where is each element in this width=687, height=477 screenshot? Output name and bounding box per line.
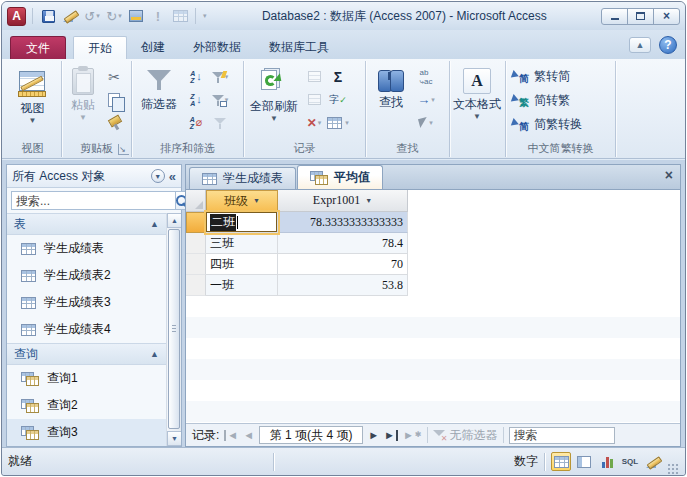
row-selector[interactable]	[186, 233, 206, 254]
nav-pane-header[interactable]: 所有 Access 对象 ▼ «	[7, 165, 181, 188]
close-document-icon[interactable]: ×	[665, 168, 673, 182]
refresh-all-button[interactable]: 全部刷新 ▼	[247, 63, 301, 123]
nav-item-query2[interactable]: 查询2	[7, 392, 166, 419]
delete-record-button[interactable]: ✕▾	[303, 113, 325, 132]
dropdown-icon[interactable]: ▼	[253, 197, 260, 205]
replace-button[interactable]: ab⤷ac	[415, 67, 437, 86]
nav-item-table2[interactable]: 学生成绩表2	[7, 262, 166, 289]
nav-menu-dropdown-icon[interactable]: ▼	[151, 169, 165, 183]
views-button[interactable]: 视图 ▼	[7, 63, 58, 125]
pivottable-view-button[interactable]	[574, 452, 594, 471]
spelling-button[interactable]: 字	[327, 90, 349, 109]
dropdown-icon[interactable]: ▼	[365, 197, 372, 205]
sql-view-button[interactable]: SQL	[620, 452, 640, 471]
save-button[interactable]	[39, 7, 57, 25]
row-selector[interactable]	[186, 275, 206, 296]
tab-file[interactable]: 文件	[10, 36, 66, 59]
help-button[interactable]: ?	[659, 36, 677, 54]
shutter-close-icon[interactable]: «	[169, 170, 176, 183]
cut-button[interactable]: ✂	[103, 67, 125, 86]
run-button[interactable]: !	[149, 7, 167, 25]
minimize-ribbon-button[interactable]: ▲	[629, 37, 651, 53]
redo-button[interactable]: ↻▾	[105, 7, 123, 25]
record-search-input[interactable]	[509, 427, 615, 444]
row-selector[interactable]	[186, 254, 206, 275]
datasheet-view-button[interactable]	[551, 452, 571, 471]
access-logo-icon[interactable]: A	[7, 7, 26, 26]
select-all-cell[interactable]	[186, 190, 206, 212]
new-record-button[interactable]	[303, 67, 325, 86]
sort-descending-button[interactable]: ZA↓	[185, 90, 207, 109]
doc-tab-average[interactable]: 平均值	[297, 165, 383, 189]
format-painter-button[interactable]	[103, 113, 125, 132]
minimize-button[interactable]	[601, 8, 628, 25]
totals-button[interactable]: Σ	[327, 67, 349, 86]
collapse-icon[interactable]: ▲	[150, 219, 159, 229]
copy-button[interactable]	[103, 90, 125, 109]
convert-button[interactable]: 简繁转换	[509, 114, 585, 135]
record-position-box[interactable]: 第 1 项(共 4 项)	[259, 426, 363, 444]
cell-value[interactable]: 70	[278, 254, 408, 275]
new-record-button[interactable]: ►✱	[403, 430, 422, 441]
switch-windows-button[interactable]	[127, 7, 145, 25]
tab-database-tools[interactable]: 数据库工具	[255, 36, 343, 59]
find-button[interactable]: 查找	[369, 63, 413, 109]
table-row: 三班 78.4	[186, 233, 680, 254]
cell-class-editing[interactable]: 二班	[206, 212, 278, 233]
row-selector-current[interactable]	[186, 212, 206, 233]
scroll-up-icon[interactable]: ▲	[167, 213, 181, 228]
tab-create[interactable]: 创建	[127, 36, 179, 59]
datasheet-view-button[interactable]	[171, 7, 189, 25]
cell-value[interactable]: 53.8	[278, 275, 408, 296]
simplified-to-traditional-button[interactable]: 简转繁	[509, 90, 585, 111]
select-button[interactable]: ▾	[415, 113, 437, 132]
doc-tab-student-scores[interactable]: 学生成绩表	[189, 167, 296, 189]
no-filter-button[interactable]: 无筛选器	[433, 427, 498, 444]
nav-section-tables[interactable]: 表▲	[7, 213, 166, 235]
filter-button[interactable]: 筛选器	[135, 63, 183, 111]
nav-scrollbar[interactable]: ▲ ▼	[166, 213, 181, 446]
save-record-button[interactable]	[303, 90, 325, 109]
advanced-filter-button[interactable]: ▾	[209, 90, 231, 109]
cell-value[interactable]: 78.3333333333333	[278, 212, 408, 233]
first-record-button[interactable]: ◄	[224, 430, 238, 441]
cell-class[interactable]: 三班	[206, 233, 278, 254]
nav-search-input[interactable]	[11, 191, 176, 210]
nav-section-queries[interactable]: 查询▲	[7, 343, 166, 365]
next-record-button[interactable]: ►	[368, 430, 379, 441]
restore-button[interactable]	[627, 8, 654, 25]
previous-record-button[interactable]: ◄	[243, 430, 254, 441]
collapse-icon[interactable]: ▲	[150, 349, 159, 359]
undo-button[interactable]: ↺▾	[83, 7, 101, 25]
remove-sort-button[interactable]: AZ⌀	[185, 113, 207, 132]
goto-button[interactable]: →▾	[415, 90, 437, 109]
paste-button[interactable]: 粘贴 ▼	[65, 63, 101, 122]
resize-grip[interactable]	[667, 463, 679, 475]
scrollbar-thumb[interactable]	[168, 229, 180, 429]
cell-class[interactable]: 一班	[206, 275, 278, 296]
nav-item-table3[interactable]: 学生成绩表3	[7, 289, 166, 316]
last-record-button[interactable]: ►	[384, 430, 398, 441]
nav-item-table4[interactable]: 学生成绩表4	[7, 316, 166, 343]
cell-class[interactable]: 四班	[206, 254, 278, 275]
sort-ascending-button[interactable]: AZ↓	[185, 67, 207, 86]
column-header-expr1001[interactable]: Expr1001▼	[278, 190, 408, 212]
toggle-filter-button[interactable]	[209, 113, 231, 132]
nav-item-query1[interactable]: 查询1	[7, 365, 166, 392]
dialog-launcher-icon[interactable]: ↘	[118, 144, 129, 155]
scroll-down-icon[interactable]: ▼	[167, 431, 181, 446]
more-records-button[interactable]: ▾	[327, 113, 349, 132]
nav-item-query3[interactable]: 查询3	[7, 419, 166, 446]
close-button[interactable]: ×	[653, 8, 680, 25]
tab-home[interactable]: 开始	[73, 36, 127, 59]
design-view-button[interactable]	[61, 7, 79, 25]
text-format-button[interactable]: A 文本格式 ▼	[453, 63, 501, 121]
tab-external-data[interactable]: 外部数据	[179, 36, 255, 59]
cell-value[interactable]: 78.4	[278, 233, 408, 254]
design-view-button[interactable]	[643, 452, 663, 471]
nav-item-table1[interactable]: 学生成绩表	[7, 235, 166, 262]
traditional-to-simplified-button[interactable]: 繁转简	[509, 66, 585, 87]
column-header-class[interactable]: 班级▼	[206, 190, 278, 212]
selection-filter-button[interactable]: ▾	[209, 67, 231, 86]
pivotchart-view-button[interactable]	[597, 452, 617, 471]
